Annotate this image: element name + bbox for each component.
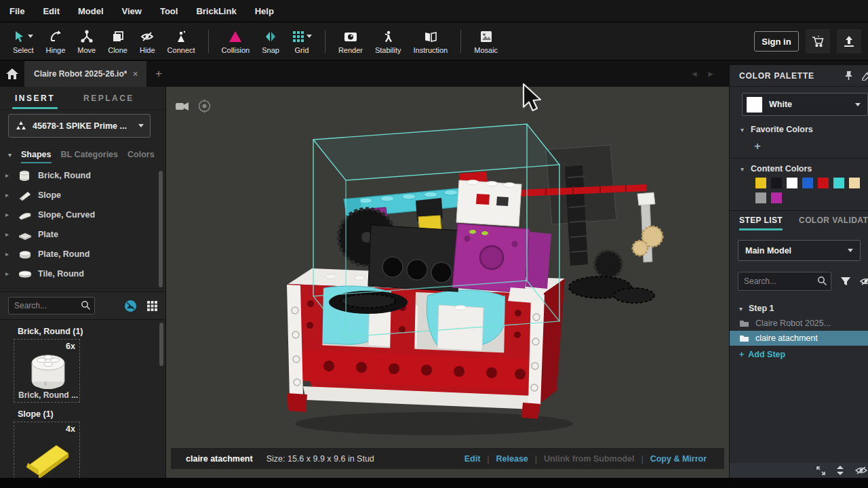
selection-size: Size: 15.6 x 9.9 x 9.6 in Stud [267, 454, 374, 464]
hide-image-toggle-icon[interactable] [124, 300, 137, 312]
step-collapse-icon[interactable]: ▾ [739, 305, 743, 312]
sign-in-button[interactable]: Sign in [754, 31, 799, 52]
tool-render[interactable]: Render [332, 24, 369, 59]
tool-hide[interactable]: Hide [134, 24, 161, 59]
content-color-swatch[interactable] [833, 178, 844, 188]
shape-list-scrollbar[interactable] [159, 171, 163, 287]
filter-icon[interactable] [840, 277, 851, 287]
sort-arrows-icon[interactable] [836, 466, 844, 475]
tree-item-claire-atachment[interactable]: claire atachment [730, 331, 868, 346]
tree-item-main-model[interactable]: Claire Robot 2025... [730, 316, 868, 331]
current-color-dropdown[interactable]: White [742, 93, 868, 116]
tab-insert[interactable]: INSERT [15, 87, 55, 110]
release-link[interactable]: Release [496, 454, 528, 464]
new-tab-button[interactable]: + [146, 61, 171, 87]
part-card-brick-round[interactable]: 6x Brick, Round ... [14, 339, 80, 403]
snap-icon [264, 30, 277, 43]
category-collapse-icon[interactable]: ▾ [8, 151, 12, 159]
menu-model[interactable]: Model [78, 6, 104, 16]
menu-edit[interactable]: Edit [43, 6, 60, 16]
home-button[interactable] [0, 61, 24, 87]
expand-chevron-icon[interactable]: ▸ [5, 250, 12, 258]
grid-caret-icon [307, 35, 312, 38]
tool-select[interactable]: Select [7, 24, 40, 59]
edit-link[interactable]: Edit [465, 454, 481, 464]
menu-bricklink[interactable]: BrickLink [196, 6, 236, 16]
result-group-header: Slope (1) [18, 409, 166, 419]
menu-help[interactable]: Help [255, 6, 274, 16]
shape-row-slope[interactable]: ▸ Slope [0, 185, 166, 205]
tool-stability[interactable]: Stability [369, 24, 408, 59]
grid-view-icon[interactable] [146, 300, 158, 312]
tool-collision[interactable]: Collision [216, 24, 256, 59]
set-selector-dropdown[interactable]: 45678-1 SPIKE Prime ... [8, 114, 151, 138]
shape-row-brick-round[interactable]: ▸ Brick, Round [0, 165, 166, 185]
shape-row-plate-round[interactable]: ▸ Plate, Round [0, 244, 166, 264]
model-selector-dropdown[interactable]: Main Model [738, 240, 861, 261]
add-step-button[interactable]: + Add Step [739, 350, 785, 359]
shape-row-plate[interactable]: ▸ Plate [0, 224, 166, 244]
menu-tool[interactable]: Tool [160, 6, 178, 16]
viewport-3d[interactable]: claire atachment Size: 15.6 x 9.9 x 9.6 … [166, 87, 729, 478]
nav-back-icon[interactable]: ◄ [690, 69, 698, 79]
upload-button[interactable] [837, 29, 861, 54]
menu-bar: File Edit Model View Tool BrickLink Help [0, 0, 868, 22]
content-color-swatch[interactable] [849, 178, 860, 188]
tab-close-icon[interactable]: × [132, 69, 138, 79]
expand-chevron-icon[interactable]: ▸ [5, 270, 12, 277]
content-color-swatch[interactable] [771, 178, 782, 188]
content-color-swatch[interactable] [802, 178, 813, 188]
results-scrollbar[interactable] [159, 323, 163, 366]
tool-clone[interactable]: Clone [102, 24, 134, 59]
eye-off-icon[interactable] [855, 466, 867, 475]
expand-chevron-icon[interactable]: ▸ [5, 230, 12, 238]
tool-hinge[interactable]: Hinge [40, 24, 72, 59]
content-color-swatch[interactable] [787, 178, 797, 188]
tool-snap[interactable]: Snap [256, 24, 285, 59]
part-card-slope[interactable]: 4x [14, 422, 80, 478]
model-selector-label: Main Model [745, 246, 848, 256]
tool-grid[interactable]: Grid [285, 24, 318, 59]
eye-off-icon[interactable] [860, 277, 868, 286]
add-favorite-color-button[interactable]: + [754, 140, 761, 153]
parts-search-strip [0, 291, 166, 320]
tab-shapes[interactable]: Shapes [21, 150, 51, 159]
tool-move[interactable]: Move [71, 24, 102, 59]
expand-chevron-icon[interactable]: ▸ [5, 171, 12, 179]
content-colors-section[interactable]: ▾ Content Colors [741, 164, 812, 174]
shape-row-tile-round[interactable]: ▸ Tile, Round [0, 264, 166, 283]
content-color-swatch[interactable] [755, 178, 766, 188]
copy-mirror-link[interactable]: Copy & Mirror [650, 454, 707, 464]
expand-chevron-icon[interactable]: ▸ [5, 211, 12, 218]
menu-file[interactable]: File [9, 6, 24, 16]
favorite-colors-section[interactable]: ▾ Favorite Colors [741, 125, 813, 134]
model-3d-render[interactable] [166, 87, 729, 478]
slope-curved-thumb-icon [18, 209, 33, 221]
tab-step-list[interactable]: STEP LIST [739, 216, 783, 230]
menu-view[interactable]: View [122, 6, 142, 16]
eyedropper-icon[interactable] [862, 70, 868, 81]
nav-forward-icon[interactable]: ► [707, 69, 715, 79]
tool-mosaic[interactable]: Mosaic [468, 24, 504, 59]
current-color-label: White [769, 100, 848, 109]
color-palette-header: COLOR PALETTE [730, 65, 868, 87]
content-color-swatch[interactable] [755, 192, 766, 203]
tab-color-validator[interactable]: COLOR VALIDATOR [799, 216, 868, 230]
tool-connect[interactable]: Connect [161, 24, 201, 59]
tab-replace[interactable]: REPLACE [83, 87, 134, 110]
collapse-chevron-icon[interactable]: ▾ [741, 165, 744, 173]
tab-bl-categories[interactable]: BL Categories [61, 150, 119, 159]
pin-icon[interactable] [844, 70, 854, 81]
cart-button[interactable] [806, 29, 830, 54]
part-count-badge: 4x [66, 424, 75, 434]
expand-panel-icon[interactable] [816, 466, 825, 475]
shape-row-slope-curved[interactable]: ▸ Slope, Curved [0, 205, 166, 224]
step-row[interactable]: ▾ Step 1 [730, 301, 868, 316]
content-color-swatch[interactable] [818, 178, 829, 188]
collapse-chevron-icon[interactable]: ▾ [741, 126, 744, 134]
expand-chevron-icon[interactable]: ▸ [5, 191, 12, 199]
tool-instruction[interactable]: Instruction [407, 24, 454, 59]
document-tab[interactable]: Claire Robot 2025-26.io* × [24, 61, 146, 87]
tab-colors[interactable]: Colors [127, 150, 155, 159]
content-color-swatch[interactable] [771, 192, 782, 203]
